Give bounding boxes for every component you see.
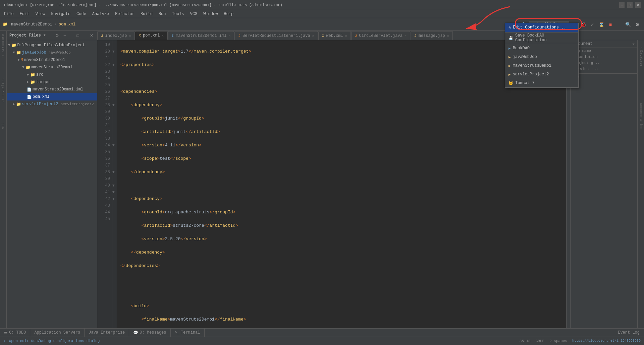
tree-servletproject2[interactable]: ► 📁 servletProject2 servletProject2 [7, 100, 97, 108]
data-sidebar-tab[interactable]: Database [639, 47, 643, 66]
documentation-sidebar-tab[interactable]: Documentation [639, 103, 643, 129]
tree-src[interactable]: ► 📁 src [7, 71, 97, 78]
tab-pom-xml[interactable]: X pom.xml ✕ [135, 31, 167, 40]
maximize-button[interactable]: □ [627, 2, 633, 8]
menu-analyze[interactable]: Analyze [90, 11, 112, 17]
inner-folder-icon: 📁 [25, 65, 31, 70]
tree-iml-file[interactable]: 📄 mavenStruts2Demo1.iml [7, 86, 97, 93]
tree-mavenstruts2demo1-root[interactable]: ▼ M mavenStruts2Demo1 [7, 56, 97, 64]
servlet-arrow: ► [13, 102, 15, 106]
menu-window[interactable]: Window [201, 11, 220, 17]
tree-root-path[interactable]: ▼ 📁 D:\Program Files\IdeaProject [7, 42, 97, 49]
stop-button[interactable]: ■ [606, 20, 614, 28]
tab-iml[interactable]: I mavenStruts2Demo1.iml ✕ [168, 31, 234, 40]
menu-view[interactable]: View [33, 11, 48, 17]
bottom-tab-terminal[interactable]: >_ Terminal [171, 329, 205, 337]
javawebjob-config-label: javaWebJob [513, 55, 537, 59]
src-icon: 📁 [30, 72, 35, 77]
menu-file[interactable]: File [1, 11, 16, 17]
tab-messagejsp-close[interactable]: ✕ [447, 34, 449, 38]
sidebar-web-tab[interactable]: Web [1, 123, 5, 129]
dropdown-servletproject2[interactable]: ▶ servletProject2 [505, 70, 578, 79]
bottom-tab-messages[interactable]: 💬 0: Messages [129, 329, 170, 337]
title-bar: IdeaProject [D:\Program Files\IdeaProjec… [0, 0, 644, 10]
menu-bar: File Edit View Navigate Code Analyze Ref… [0, 10, 644, 18]
tree-target[interactable]: ► 📁 target [7, 78, 97, 86]
todo-icon: ☰ [4, 330, 8, 335]
menu-refactor[interactable]: Refactor [112, 11, 137, 17]
status-position[interactable]: 35:18 [520, 339, 531, 343]
dropdown-save-bookdao[interactable]: 💾 Save BookDAO Configuration [505, 33, 578, 42]
tab-messagejsp[interactable]: J message.jsp ✕ [411, 31, 453, 40]
coverage-button[interactable]: ✓ [588, 20, 596, 28]
dropdown-mavenstrutsdemo1[interactable]: ▶ mavenStrutsDemo1 [505, 61, 578, 70]
breadcrumb-file[interactable]: pom.xml [59, 22, 75, 27]
tab-indexjsp-close[interactable]: ✕ [129, 34, 131, 38]
save-label: Save BookDAO Configuration [515, 33, 575, 43]
edit-config-icon: ✎ [508, 25, 511, 30]
panel-pin-button[interactable]: ✕ [89, 33, 94, 38]
bottom-tab-eventlog[interactable]: Event Log [614, 329, 644, 337]
tree-mavenstruts2demo1-inner[interactable]: ▼ 📁 mavenStruts2Demo1 [7, 64, 97, 71]
code-editor[interactable]: <maven.compiler.target>1.7</maven.compil… [117, 40, 566, 328]
tab-webxml[interactable]: X web.xml ✕ [318, 31, 351, 40]
tab-index-jsp[interactable]: J index.jsp ✕ [97, 31, 135, 40]
status-encoding[interactable]: CRLF [536, 339, 544, 343]
menu-code[interactable]: Code [74, 11, 89, 17]
eventlog-label: Event Log [618, 330, 640, 335]
menu-tools[interactable]: Tools [169, 11, 187, 17]
target-arrow: ► [27, 80, 29, 84]
minimize-button[interactable]: – [619, 2, 625, 8]
line-numbers: 19 20 21 22 23 24 25 26 27 28 29 30 31 3… [97, 40, 112, 328]
rp-hint: the [571, 73, 637, 80]
tree-pom-file[interactable]: 📄 pom.xml [7, 93, 97, 100]
servletproject2-icon: ▶ [508, 72, 511, 77]
panel-close-button[interactable]: – [63, 33, 67, 38]
tab-servlet-close[interactable]: ✕ [312, 34, 314, 38]
tomcat7-icon: 🐱 [508, 81, 513, 85]
menu-run[interactable]: Run [156, 11, 169, 17]
inner-folder-label: mavenStruts2Demo1 [32, 65, 72, 70]
menu-edit[interactable]: Edit [17, 11, 32, 17]
target-label: target [36, 80, 51, 84]
dropdown-sep-1 [505, 32, 578, 33]
panel-settings-button[interactable]: ⚙ [54, 33, 60, 38]
bottom-tab-appservers[interactable]: Application Servers [30, 329, 85, 337]
search-everywhere-button[interactable]: 🔍 [624, 20, 632, 28]
status-url[interactable]: https://blog.csdn.net/l_1543663539 [572, 339, 641, 343]
breadcrumb-project[interactable]: 📁 mavenStruts2Demo1 [3, 22, 52, 27]
bottom-tab-todo[interactable]: ☰ 6: TODO [0, 329, 30, 337]
javaenterprise-label: Java Enterprise [89, 330, 125, 335]
title-text: IdeaProject [D:\Program Files\IdeaProjec… [3, 3, 282, 7]
menu-navigate[interactable]: Navigate [48, 11, 73, 17]
bottom-tabs: ☰ 6: TODO Application Servers Java Enter… [0, 328, 644, 337]
dropdown-bookdao[interactable]: ▶ BookDAO [505, 44, 578, 53]
src-label: src [36, 72, 44, 77]
src-arrow: ► [27, 73, 29, 77]
dropdown-edit-configurations[interactable]: ✎ Edit Configurations... [505, 23, 578, 32]
menu-build[interactable]: Build [138, 11, 155, 17]
panel-expand-button[interactable]: □ [76, 33, 80, 38]
dropdown-javawebjob[interactable]: ▶ javaWebJob [505, 53, 578, 61]
tab-iml-close[interactable]: ✕ [228, 34, 230, 38]
project-panel-header: Project Files ▼ ⚙ – □ ✕ [7, 31, 97, 40]
settings-button[interactable]: ⚙ [633, 20, 641, 28]
tab-circleservlet[interactable]: J CircleServlet.java ✕ [351, 31, 410, 40]
sidebar-structure-tab[interactable]: 1: Structure [1, 34, 5, 58]
servlet-label: servletProject2 [22, 102, 58, 107]
close-button[interactable]: ✕ [635, 2, 641, 8]
debug-button[interactable]: 🐞 [579, 20, 587, 28]
tab-circleservlet-close[interactable]: ✕ [405, 34, 407, 38]
sidebar-favorites-tab[interactable]: 2: Favorites [1, 78, 5, 102]
status-indent[interactable]: 2 spaces [549, 339, 567, 343]
right-panel-settings[interactable]: ⚙ [633, 42, 635, 46]
menu-vcs[interactable]: VCS [187, 11, 200, 17]
tab-pomxml-close[interactable]: ✕ [162, 33, 164, 38]
tab-webxml-close[interactable]: ✕ [345, 34, 347, 38]
profile-button[interactable]: ⌛ [597, 20, 605, 28]
bottom-tab-javaenterprise[interactable]: Java Enterprise [85, 329, 129, 337]
menu-help[interactable]: Help [221, 11, 236, 17]
tab-servlet-listener[interactable]: J ServletRequestListener1.java ✕ [234, 31, 318, 40]
dropdown-tomcat7[interactable]: 🐱 Tomcat 7 [505, 79, 578, 87]
tree-javawebjob[interactable]: ▼ 📁 javaWebJob javaWebJob [7, 49, 97, 56]
